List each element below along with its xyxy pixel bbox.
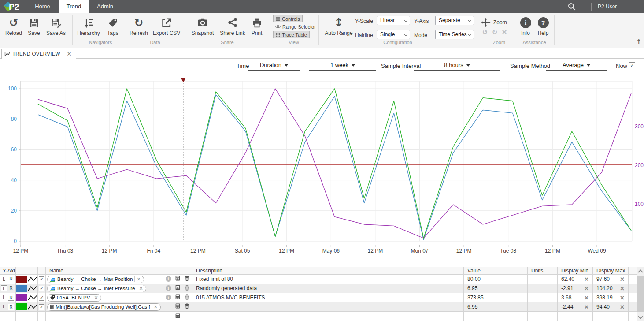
scroll-up-icon[interactable] xyxy=(638,269,643,274)
y-scale-label: Y-Scale xyxy=(355,18,373,24)
axis-right-button[interactable]: R xyxy=(8,295,14,301)
trace-visible-checkbox[interactable]: ✓ xyxy=(39,286,44,291)
clear-max-icon[interactable]: ✕ xyxy=(620,276,628,283)
y-scale-select[interactable]: Linear xyxy=(377,16,410,25)
trace-name-pill[interactable]: 015A_BEN.PV✕ xyxy=(47,294,101,302)
line-style-icon[interactable] xyxy=(28,276,37,282)
search-icon[interactable] xyxy=(567,2,576,11)
remove-trace-icon[interactable]: ✕ xyxy=(152,304,159,310)
save-as-button[interactable]: Save As xyxy=(42,16,70,36)
trash-icon[interactable] xyxy=(185,294,189,300)
display-min-value[interactable]: 3.68 xyxy=(558,295,571,301)
trace-table-toggle[interactable]: Trace Table xyxy=(273,31,310,38)
info-icon[interactable]: i xyxy=(166,295,171,300)
auto-range-button[interactable]: ↕ Auto Range xyxy=(324,16,353,36)
display-max-value[interactable]: 97.60 xyxy=(593,276,610,282)
line-style-icon[interactable] xyxy=(28,295,37,301)
scroll-down-icon[interactable] xyxy=(638,314,643,319)
line-style-icon[interactable] xyxy=(28,304,37,310)
zoom-undo-icon[interactable]: ↺ xyxy=(480,28,490,36)
display-max-value[interactable]: 104.20 xyxy=(593,285,613,291)
axis-left-button[interactable]: L xyxy=(1,304,7,310)
time-controls-bar: Time Duration 1 week Sample Interval 8 h… xyxy=(0,59,644,74)
refresh-button[interactable]: ↻ Refresh xyxy=(125,16,153,36)
remove-trace-icon[interactable]: ✕ xyxy=(92,295,100,301)
zoom-redo-icon[interactable]: ↻ xyxy=(490,28,500,36)
clear-min-icon[interactable]: ✕ xyxy=(584,276,592,283)
print-button[interactable]: Print xyxy=(243,16,271,36)
trace-color-swatch[interactable] xyxy=(16,303,27,310)
trace-color-swatch[interactable] xyxy=(16,285,27,292)
zoom-reset-icon[interactable]: ✕ xyxy=(500,28,509,36)
expression-button[interactable] xyxy=(174,285,181,292)
remove-trace-icon[interactable]: ✕ xyxy=(137,286,144,291)
hairline-select[interactable]: Single xyxy=(377,30,410,39)
axis-left-button[interactable]: L xyxy=(1,285,7,291)
sample-method-dropdown[interactable]: Average xyxy=(546,60,607,71)
collapse-ribbon-icon[interactable]: ↑ xyxy=(636,38,642,46)
add-expression-button[interactable] xyxy=(174,313,181,320)
user-menu[interactable]: P2 User xyxy=(598,0,617,13)
display-max-value[interactable]: 94.40 xyxy=(593,304,610,310)
trace-name-pill[interactable]: Min({Balaclava[Gas Producing Well]:Gas P… xyxy=(47,303,161,311)
delete-trace-button[interactable] xyxy=(184,285,190,292)
display-max-value[interactable]: 398.19 xyxy=(593,295,613,301)
trace-name-pill[interactable]: Beardy → Choke → Max Position✕ xyxy=(47,276,144,283)
trace-color-swatch[interactable] xyxy=(16,276,27,283)
clear-max-icon[interactable]: ✕ xyxy=(620,285,628,292)
tab-trend-overview[interactable]: TREND OVERVIEW ✕ xyxy=(1,49,76,59)
duration-dropdown[interactable]: 1 week xyxy=(309,60,376,71)
expression-button[interactable] xyxy=(174,276,181,283)
delete-trace-button[interactable] xyxy=(184,294,190,301)
axis-right-button[interactable]: R xyxy=(8,304,14,310)
trace-visible-checkbox[interactable]: ✓ xyxy=(39,276,44,282)
clear-min-icon[interactable]: ✕ xyxy=(584,285,592,292)
axis-right-button[interactable]: R xyxy=(8,285,14,291)
close-icon[interactable]: ✕ xyxy=(65,50,73,57)
table-scrollbar[interactable] xyxy=(637,267,644,321)
export-csv-button[interactable]: Export CSV xyxy=(151,16,182,36)
trash-icon[interactable] xyxy=(185,303,189,309)
clear-min-icon[interactable]: ✕ xyxy=(584,295,592,301)
scroll-thumb[interactable] xyxy=(637,276,644,312)
display-min-value[interactable]: -2.91 xyxy=(558,285,573,291)
range-selector-toggle[interactable]: Range Selector xyxy=(273,23,318,30)
axis-left-button[interactable]: L xyxy=(1,276,7,282)
trash-icon[interactable] xyxy=(185,276,189,281)
nav-tab-admin[interactable]: Admin xyxy=(89,0,121,13)
clear-max-icon[interactable]: ✕ xyxy=(620,295,628,301)
svg-text:12 PM: 12 PM xyxy=(279,248,294,254)
expression-button[interactable] xyxy=(174,303,181,310)
y-axis-select[interactable]: Separate xyxy=(435,16,474,25)
axis-right-button[interactable]: R xyxy=(8,276,14,282)
trace-visible-checkbox[interactable]: ✓ xyxy=(39,295,44,301)
info-icon[interactable]: i xyxy=(166,276,171,282)
axis-left-button[interactable]: L xyxy=(1,295,7,301)
display-min-value[interactable]: 62.40 xyxy=(558,276,574,282)
nav-tab-home[interactable]: Home xyxy=(26,0,59,13)
mode-select[interactable]: Time Series xyxy=(435,30,474,39)
now-checkbox[interactable]: ✓ xyxy=(629,62,635,68)
remove-trace-icon[interactable]: ✕ xyxy=(134,276,142,282)
time-mode-dropdown[interactable]: Duration xyxy=(248,60,300,71)
help-button[interactable]: ? Help xyxy=(529,16,557,36)
tags-button[interactable]: Tags xyxy=(99,16,127,36)
info-icon[interactable]: i xyxy=(166,285,171,291)
line-style-icon[interactable] xyxy=(28,285,37,291)
trace-color-swatch[interactable] xyxy=(16,294,27,301)
sample-interval-dropdown[interactable]: 8 hours xyxy=(414,60,500,71)
delete-trace-button[interactable] xyxy=(184,303,190,310)
zoom-button[interactable]: Zoom xyxy=(481,18,507,27)
trace-name-pill[interactable]: Beardy → Choke → Inlet Pressure✕ xyxy=(47,285,146,292)
clear-max-icon[interactable]: ✕ xyxy=(620,304,628,310)
display-min-value[interactable]: -2.44 xyxy=(558,304,573,310)
trace-visible-checkbox[interactable]: ✓ xyxy=(39,304,44,310)
clear-min-icon[interactable]: ✕ xyxy=(584,304,592,310)
delete-trace-button[interactable] xyxy=(184,276,190,283)
expression-button[interactable] xyxy=(174,294,181,301)
nav-tab-trend[interactable]: Trend xyxy=(59,0,89,13)
controls-toggle[interactable]: Controls xyxy=(273,15,303,22)
trash-icon[interactable] xyxy=(185,285,189,291)
snapshot-button[interactable]: Snapshot xyxy=(189,16,217,36)
trend-chart-canvas[interactable]: 02040608010012 PMThu 0312 PMFri 0412 PMS… xyxy=(0,74,644,267)
